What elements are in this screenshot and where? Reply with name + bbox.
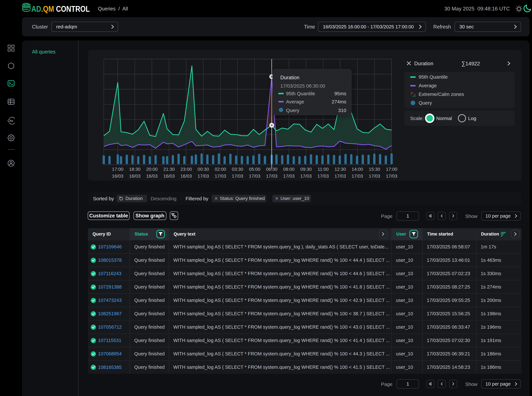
svg-text:17/03: 17/03 [334, 174, 346, 179]
svg-text:17:00: 17:00 [112, 167, 123, 172]
svg-text:21:30: 21:30 [163, 167, 175, 172]
svg-text:05:00: 05:00 [249, 167, 260, 172]
svg-text:17/03: 17/03 [249, 174, 260, 179]
svg-text:15:30: 15:30 [369, 167, 380, 172]
svg-text:02:00: 02:00 [215, 167, 226, 172]
svg-text:17/03: 17/03 [352, 174, 363, 179]
svg-text:06:30: 06:30 [266, 167, 277, 172]
svg-text:16/03: 16/03 [112, 174, 123, 179]
svg-text:16/03: 16/03 [181, 174, 192, 179]
svg-text:17/03: 17/03 [386, 174, 397, 179]
svg-text:16/03: 16/03 [129, 174, 140, 179]
svg-text:17/03: 17/03 [266, 174, 277, 179]
svg-text:23:00: 23:00 [181, 167, 192, 172]
svg-text:11:00: 11:00 [318, 167, 329, 172]
svg-text:17/03: 17/03 [369, 174, 380, 179]
svg-text:09:30: 09:30 [300, 167, 311, 172]
svg-text:17/03: 17/03 [317, 174, 329, 179]
svg-text:08:00: 08:00 [283, 167, 294, 172]
svg-text:16/03: 16/03 [163, 174, 175, 179]
svg-text:16/03: 16/03 [146, 174, 158, 179]
svg-text:17/03: 17/03 [198, 174, 209, 179]
svg-text:00:30: 00:30 [198, 167, 209, 172]
svg-text:17/03: 17/03 [215, 174, 226, 179]
svg-text:20:00: 20:00 [146, 167, 158, 172]
svg-text:17/03: 17/03 [300, 174, 311, 179]
svg-text:17:00: 17:00 [386, 167, 397, 172]
svg-text:03:30: 03:30 [232, 167, 243, 172]
svg-text:12:30: 12:30 [334, 167, 346, 172]
svg-text:14:00: 14:00 [352, 167, 363, 172]
svg-text:18:30: 18:30 [129, 167, 140, 172]
svg-text:17/03: 17/03 [232, 174, 243, 179]
svg-text:17/03: 17/03 [283, 174, 294, 179]
